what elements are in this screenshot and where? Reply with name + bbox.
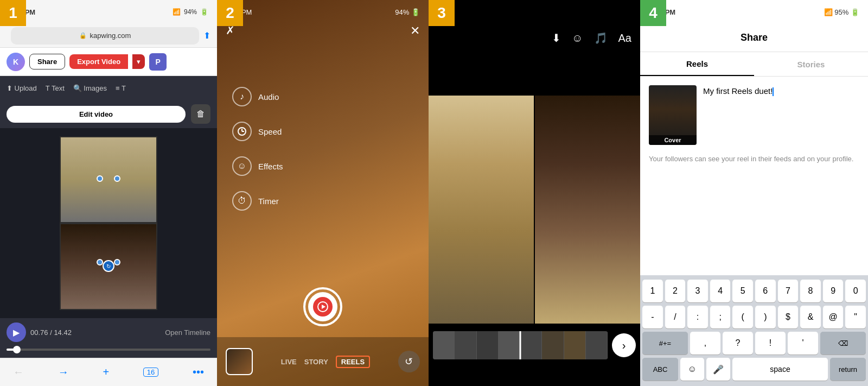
key-mic[interactable]: 🎤 xyxy=(706,358,730,381)
tab-reels[interactable]: Reels xyxy=(640,52,754,76)
open-timeline-button[interactable]: Open Timeline xyxy=(165,328,210,337)
audio-wave-icon[interactable]: 🎵 xyxy=(594,31,608,45)
key-close-paren[interactable]: ) xyxy=(755,306,776,328)
key-9[interactable]: 9 xyxy=(823,280,844,302)
play-button[interactable]: ▶ xyxy=(7,322,26,342)
export-dropdown-button[interactable]: ▾ xyxy=(132,54,145,69)
key-emoji[interactable]: ☺ xyxy=(680,358,704,381)
key-4[interactable]: 4 xyxy=(710,280,731,302)
download-icon[interactable]: ⬇ xyxy=(552,31,561,45)
p1-status-bar: 2:03 PM 📶 94% 🔋 xyxy=(0,0,217,24)
key-question[interactable]: ? xyxy=(723,332,753,355)
speed-icon xyxy=(232,122,252,141)
p3-top-icons: ⬇ ☺ 🎵 Aa xyxy=(429,24,640,52)
key-semicolon[interactable]: ; xyxy=(710,306,731,328)
reels-mode-tab[interactable]: REELS xyxy=(336,356,370,368)
key-dollar[interactable]: $ xyxy=(778,306,799,328)
p1-battery: 94% xyxy=(184,8,197,16)
more-menu-button[interactable]: ••• xyxy=(193,366,204,378)
avatar[interactable]: K xyxy=(7,53,25,71)
timer-icon: ⏱ xyxy=(232,191,252,211)
cover-thumbnail[interactable]: Cover xyxy=(649,85,697,145)
live-mode-tab[interactable]: LIVE xyxy=(281,358,297,366)
menu-item-timer[interactable]: ⏱ Timer xyxy=(232,191,283,211)
text-icon[interactable]: Aa xyxy=(618,32,631,45)
key-dash[interactable]: - xyxy=(642,306,663,328)
key-quote[interactable]: " xyxy=(845,306,866,328)
browser-share-icon[interactable]: ⬆ xyxy=(203,30,210,41)
key-slash[interactable]: / xyxy=(665,306,686,328)
step-badge-1: 1 xyxy=(0,0,26,26)
scrubber-thumb[interactable] xyxy=(13,346,21,353)
address-input[interactable]: 🔒 kapwing.com xyxy=(11,27,199,45)
nav-images[interactable]: 🔍 Images xyxy=(73,84,107,92)
step-badge-3: 3 xyxy=(429,0,455,26)
key-return[interactable]: return xyxy=(830,358,866,381)
p3-timeline-area: › xyxy=(429,324,640,367)
gallery-thumbnail[interactable] xyxy=(226,348,253,375)
key-3[interactable]: 3 xyxy=(687,280,708,302)
key-6[interactable]: 6 xyxy=(755,280,776,302)
key-open-paren[interactable]: ( xyxy=(732,306,753,328)
p1-kapwing-toolbar: K Share Export Video ▾ P xyxy=(0,48,217,76)
lock-icon: 🔒 xyxy=(79,32,87,39)
tab-stories[interactable]: Stories xyxy=(754,52,868,76)
close-button[interactable]: ✕ xyxy=(410,24,420,38)
p3-bottom-spacer xyxy=(429,367,640,386)
nav-text[interactable]: T Text xyxy=(46,84,65,92)
key-7[interactable]: 7 xyxy=(778,280,799,302)
key-ampersand[interactable]: & xyxy=(800,306,821,328)
panel-2: 2 2:03 PM 94% 🔋 ✗ ✕ ♪ Audio Speed ☺ xyxy=(217,0,429,386)
key-8[interactable]: 8 xyxy=(800,280,821,302)
key-comma[interactable]: , xyxy=(690,332,720,355)
key-5[interactable]: 5 xyxy=(732,280,753,302)
menu-item-audio[interactable]: ♪ Audio xyxy=(232,87,283,106)
scrubber-track[interactable] xyxy=(7,349,210,351)
caption-area[interactable]: My first Reels duet! xyxy=(703,85,859,97)
step-badge-2: 2 xyxy=(217,0,243,26)
capture-button[interactable] xyxy=(303,287,342,326)
back-button[interactable]: ← xyxy=(13,366,24,378)
timeline-strip[interactable] xyxy=(433,331,608,359)
key-space[interactable]: space xyxy=(732,358,828,381)
sticker-icon[interactable]: ☺ xyxy=(572,32,583,45)
export-video-button[interactable]: Export Video xyxy=(69,54,128,69)
user-button[interactable]: P xyxy=(149,53,167,71)
crop-handle-br[interactable] xyxy=(114,259,120,265)
followers-text: Your followers can see your reel in thei… xyxy=(649,154,859,164)
next-button[interactable]: › xyxy=(612,333,636,357)
key-hashplus[interactable]: #+= xyxy=(642,332,688,355)
p4-header: Share xyxy=(640,24,868,52)
flip-camera-button[interactable]: ↺ xyxy=(398,351,420,372)
crop-handle-tr[interactable] xyxy=(114,175,120,182)
edit-video-button[interactable]: Edit video xyxy=(7,106,186,123)
key-colon[interactable]: : xyxy=(687,306,708,328)
key-0[interactable]: 0 xyxy=(845,280,866,302)
menu-item-effects[interactable]: ☺ Effects xyxy=(232,156,283,176)
nav-more[interactable]: ≡ T xyxy=(116,84,126,92)
panel-3: 3 ⬇ ☺ 🎵 Aa › xyxy=(429,0,640,386)
share-button[interactable]: Share xyxy=(29,54,65,69)
key-1[interactable]: 1 xyxy=(642,280,663,302)
key-at[interactable]: @ xyxy=(823,306,844,328)
crop-handle-center[interactable]: ↻ xyxy=(103,260,114,272)
menu-item-speed[interactable]: Speed xyxy=(232,122,283,141)
delete-button[interactable]: 🗑 xyxy=(191,104,210,124)
key-apostrophe[interactable]: ' xyxy=(788,332,818,355)
crop-handle-tl[interactable] xyxy=(97,175,103,182)
caption-text: My first Reels duet! xyxy=(703,86,774,96)
p1-scrubber[interactable] xyxy=(0,346,217,355)
cover-label: Cover xyxy=(649,135,697,145)
p2-battery: 94% 🔋 xyxy=(395,8,420,16)
new-tab-button[interactable]: + xyxy=(103,366,109,378)
domain-text: kapwing.com xyxy=(90,31,131,40)
key-2[interactable]: 2 xyxy=(665,280,686,302)
key-exclaim[interactable]: ! xyxy=(755,332,786,355)
nav-upload[interactable]: ⬆ Upload xyxy=(7,84,37,92)
p1-address-bar: 🔒 kapwing.com ⬆ xyxy=(0,24,217,48)
forward-button[interactable]: → xyxy=(58,366,69,378)
key-abc[interactable]: ABC xyxy=(642,358,678,381)
key-delete[interactable]: ⌫ xyxy=(820,332,866,355)
story-mode-tab[interactable]: STORY xyxy=(304,358,328,366)
tab-switcher-button[interactable]: 16 xyxy=(143,368,158,377)
